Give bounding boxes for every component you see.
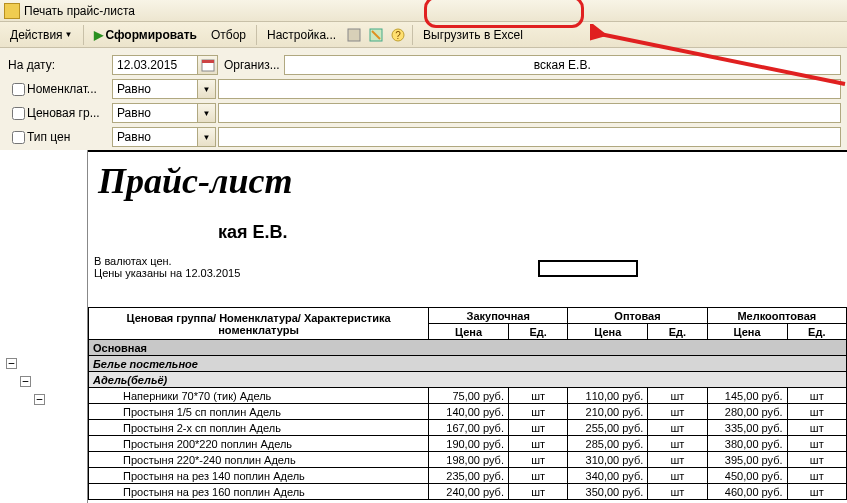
toolbar-icon-1[interactable] bbox=[344, 25, 364, 45]
pricetype-value[interactable] bbox=[218, 127, 841, 147]
chevron-down-icon[interactable]: ▼ bbox=[198, 79, 216, 99]
toolbar: Действия▼ ▶ Сформировать Отбор Настройка… bbox=[0, 22, 847, 48]
table-row: Простыня 1/5 сп поплин Адель140,00 руб.ш… bbox=[89, 404, 847, 420]
placeholder-box bbox=[538, 260, 638, 277]
price-list-subtitle: кая Е.В. bbox=[88, 202, 847, 243]
export-excel-button[interactable]: Выгрузить в Excel bbox=[417, 26, 529, 44]
calendar-icon[interactable] bbox=[198, 55, 218, 75]
svg-rect-6 bbox=[202, 60, 214, 63]
toolbar-icon-2[interactable] bbox=[366, 25, 386, 45]
pricegroup-label: Ценовая гр... bbox=[27, 106, 100, 120]
pricegroup-value[interactable] bbox=[218, 103, 841, 123]
tree-collapse-3[interactable]: − bbox=[34, 394, 45, 405]
price-table: Ценовая группа/ Номенклатура/ Характерис… bbox=[88, 307, 847, 500]
nomenclature-op[interactable]: Равно bbox=[112, 79, 198, 99]
table-row: Простыня 220*-240 поплин Адель198,00 руб… bbox=[89, 452, 847, 468]
tree-collapse-2[interactable]: − bbox=[20, 376, 31, 387]
date-label: На дату: bbox=[6, 58, 112, 72]
table-row: Простыня на рез 160 поплин Адель240,00 р… bbox=[89, 484, 847, 500]
actions-menu[interactable]: Действия▼ bbox=[4, 26, 79, 44]
nomenclature-label: Номенклат... bbox=[27, 82, 97, 96]
svg-text:?: ? bbox=[395, 30, 401, 41]
app-icon bbox=[4, 3, 20, 19]
svg-rect-0 bbox=[348, 29, 360, 41]
pricetype-op[interactable]: Равно bbox=[112, 127, 198, 147]
nomenclature-value[interactable] bbox=[218, 79, 841, 99]
pricetype-label: Тип цен bbox=[27, 130, 70, 144]
chevron-down-icon[interactable]: ▼ bbox=[198, 103, 216, 123]
org-label: Организ... bbox=[224, 58, 280, 72]
price-list-title: Прайс-лист bbox=[88, 152, 847, 202]
header-price: Цена bbox=[707, 324, 787, 340]
header-unit: Ед. bbox=[787, 324, 846, 340]
header-col1: Закупочная bbox=[429, 308, 568, 324]
table-row: Наперники 70*70 (тик) Адель75,00 руб.шт1… bbox=[89, 388, 847, 404]
table-row: Основная bbox=[89, 340, 847, 356]
table-row: Простыня 200*220 поплин Адель190,00 руб.… bbox=[89, 436, 847, 452]
pricegroup-checkbox[interactable] bbox=[12, 107, 25, 120]
pricegroup-op[interactable]: Равно bbox=[112, 103, 198, 123]
generate-button[interactable]: ▶ Сформировать bbox=[88, 26, 203, 44]
header-price: Цена bbox=[568, 324, 648, 340]
settings-button[interactable]: Настройка... bbox=[261, 26, 342, 44]
header-col3: Мелкооптовая bbox=[707, 308, 846, 324]
header-unit: Ед. bbox=[508, 324, 567, 340]
header-price: Цена bbox=[429, 324, 509, 340]
nomenclature-checkbox[interactable] bbox=[12, 83, 25, 96]
date-input[interactable] bbox=[112, 55, 198, 75]
titlebar: Печать прайс-листа bbox=[0, 0, 847, 22]
tree-gutter: − − − bbox=[0, 150, 88, 503]
table-row: Простыня на рез 140 поплин Адель235,00 р… bbox=[89, 468, 847, 484]
report-area: − − − Прайс-лист кая Е.В. В валютах цен.… bbox=[0, 150, 847, 503]
filter-button[interactable]: Отбор bbox=[205, 26, 252, 44]
header-col2: Оптовая bbox=[568, 308, 707, 324]
note-currencies: В валютах цен. bbox=[88, 243, 847, 267]
org-input[interactable] bbox=[284, 55, 841, 75]
header-name: Ценовая группа/ Номенклатура/ Характерис… bbox=[89, 308, 429, 340]
filters-panel: На дату: Организ... Номенклат... Равно ▼… bbox=[0, 48, 847, 156]
tree-collapse-1[interactable]: − bbox=[6, 358, 17, 369]
table-row: Белье постельное bbox=[89, 356, 847, 372]
help-icon[interactable]: ? bbox=[388, 25, 408, 45]
pricetype-checkbox[interactable] bbox=[12, 131, 25, 144]
chevron-down-icon[interactable]: ▼ bbox=[198, 127, 216, 147]
report-content: Прайс-лист кая Е.В. В валютах цен. Цены … bbox=[88, 150, 847, 503]
play-icon: ▶ bbox=[94, 28, 103, 42]
note-date: Цены указаны на 12.03.2015 bbox=[88, 267, 847, 279]
chevron-down-icon: ▼ bbox=[65, 30, 73, 39]
window-title: Печать прайс-листа bbox=[24, 4, 135, 18]
header-unit: Ед. bbox=[648, 324, 707, 340]
table-row: Простыня 2-х сп поплин Адель167,00 руб.ш… bbox=[89, 420, 847, 436]
table-row: Адель(бельё) bbox=[89, 372, 847, 388]
